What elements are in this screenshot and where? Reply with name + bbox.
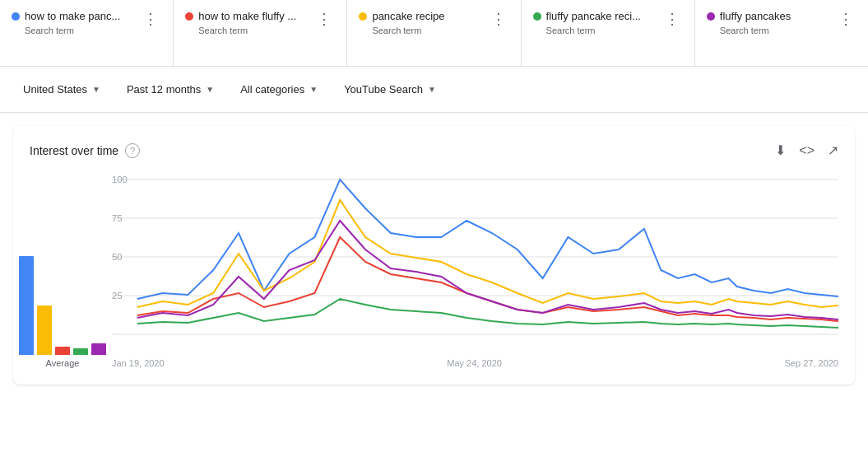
search-term-content: how to make panc... Search term bbox=[12, 10, 120, 35]
x-label-1: Jan 19, 2020 bbox=[112, 358, 165, 368]
search-term-content: fluffy pancake reci... Search term bbox=[533, 10, 641, 35]
line-chart-container: 100 75 50 25 Jan 19, 2020 May 24, 2020 S… bbox=[112, 171, 838, 368]
x-labels: Jan 19, 2020 May 24, 2020 Sep 27, 2020 bbox=[112, 355, 838, 368]
embed-button[interactable]: <> bbox=[799, 143, 815, 158]
avg-label: Average bbox=[46, 358, 80, 368]
search-term-label: fluffy pancake reci... bbox=[533, 10, 641, 22]
search-term-sub-t4: Search term bbox=[533, 26, 641, 35]
more-icon-t3[interactable]: ⋮ bbox=[488, 10, 509, 28]
chevron-icon-f1: ▼ bbox=[92, 85, 100, 94]
chevron-icon-f4: ▼ bbox=[428, 85, 436, 94]
search-term-item-t4: fluffy pancake reci... Search term ⋮ bbox=[522, 0, 695, 66]
filter-btn-f1[interactable]: United States ▼ bbox=[13, 77, 110, 102]
search-term-sub-t3: Search term bbox=[359, 26, 444, 35]
avg-bar-3 bbox=[73, 348, 88, 355]
line-chart-svg: 100 75 50 25 bbox=[112, 171, 838, 352]
search-term-label: how to make fluffy ... bbox=[185, 10, 296, 22]
x-label-3: Sep 27, 2020 bbox=[785, 358, 838, 368]
chevron-icon-f3: ▼ bbox=[309, 85, 318, 94]
filter-label-f2: Past 12 months bbox=[127, 83, 201, 96]
avg-bar-2 bbox=[55, 347, 70, 355]
filter-label-f4: YouTube Search bbox=[344, 83, 423, 96]
dot-t5 bbox=[707, 12, 715, 21]
filter-btn-f4[interactable]: YouTube Search ▼ bbox=[334, 77, 446, 102]
share-button[interactable]: ↗ bbox=[828, 142, 838, 158]
search-term-label: pancake recipe bbox=[359, 10, 444, 22]
avg-bar-0 bbox=[19, 256, 34, 355]
chart-actions: ⬇ <> ↗ bbox=[775, 142, 838, 158]
search-term-content: fluffy pancakes Search term bbox=[707, 10, 791, 35]
dot-t1 bbox=[12, 12, 20, 21]
filter-bar: United States ▼ Past 12 months ▼ All cat… bbox=[0, 67, 868, 113]
help-icon[interactable]: ? bbox=[125, 143, 140, 158]
search-term-item-t2: how to make fluffy ... Search term ⋮ bbox=[174, 0, 347, 66]
filter-label-f1: United States bbox=[23, 83, 87, 96]
search-term-name-t5: fluffy pancakes bbox=[720, 10, 791, 22]
avg-bar-4 bbox=[91, 343, 106, 355]
dot-t3 bbox=[359, 12, 367, 21]
more-icon-t1[interactable]: ⋮ bbox=[140, 10, 161, 28]
chart-title-area: Interest over time ? bbox=[30, 143, 140, 158]
dot-t2 bbox=[185, 12, 193, 21]
x-label-2: May 24, 2020 bbox=[447, 358, 502, 368]
svg-text:75: 75 bbox=[112, 213, 123, 223]
more-icon-t2[interactable]: ⋮ bbox=[313, 10, 335, 28]
avg-bar-chart: Average bbox=[30, 171, 95, 368]
filter-btn-f3[interactable]: All categories ▼ bbox=[230, 77, 327, 102]
chevron-icon-f2: ▼ bbox=[206, 85, 214, 94]
search-term-label: how to make panc... bbox=[12, 10, 120, 22]
search-term-item-t3: pancake recipe Search term ⋮ bbox=[347, 0, 521, 66]
more-icon-t5[interactable]: ⋮ bbox=[835, 10, 856, 28]
search-terms-bar: how to make panc... Search term ⋮ how to… bbox=[0, 0, 868, 67]
chart-section: Interest over time ? ⬇ <> ↗ Average bbox=[13, 126, 855, 385]
avg-bar-1 bbox=[37, 305, 52, 355]
search-term-item-t5: fluffy pancakes Search term ⋮ bbox=[695, 0, 868, 66]
search-term-sub-t2: Search term bbox=[185, 26, 296, 35]
svg-text:50: 50 bbox=[112, 252, 123, 262]
search-term-sub-t1: Search term bbox=[12, 26, 120, 35]
search-term-label: fluffy pancakes bbox=[707, 10, 791, 22]
search-term-name-t4: fluffy pancake reci... bbox=[546, 10, 641, 22]
filter-btn-f2[interactable]: Past 12 months ▼ bbox=[117, 77, 224, 102]
svg-text:100: 100 bbox=[112, 175, 128, 184]
search-term-content: pancake recipe Search term bbox=[359, 10, 444, 35]
dot-t4 bbox=[533, 12, 541, 21]
search-term-sub-t5: Search term bbox=[707, 26, 791, 35]
search-term-item-t1: how to make panc... Search term ⋮ bbox=[0, 0, 174, 66]
filter-label-f3: All categories bbox=[240, 83, 304, 96]
bars-container bbox=[19, 223, 106, 355]
search-term-content: how to make fluffy ... Search term bbox=[185, 10, 296, 35]
download-button[interactable]: ⬇ bbox=[775, 142, 786, 158]
chart-area: Average 100 75 50 25 bbox=[30, 171, 838, 368]
chart-title: Interest over time bbox=[30, 144, 118, 157]
search-term-name-t3: pancake recipe bbox=[372, 10, 444, 22]
search-term-name-t1: how to make panc... bbox=[25, 10, 120, 22]
search-term-name-t2: how to make fluffy ... bbox=[198, 10, 296, 22]
more-icon-t4[interactable]: ⋮ bbox=[661, 10, 683, 28]
chart-header: Interest over time ? ⬇ <> ↗ bbox=[30, 142, 838, 158]
svg-text:25: 25 bbox=[112, 291, 123, 301]
